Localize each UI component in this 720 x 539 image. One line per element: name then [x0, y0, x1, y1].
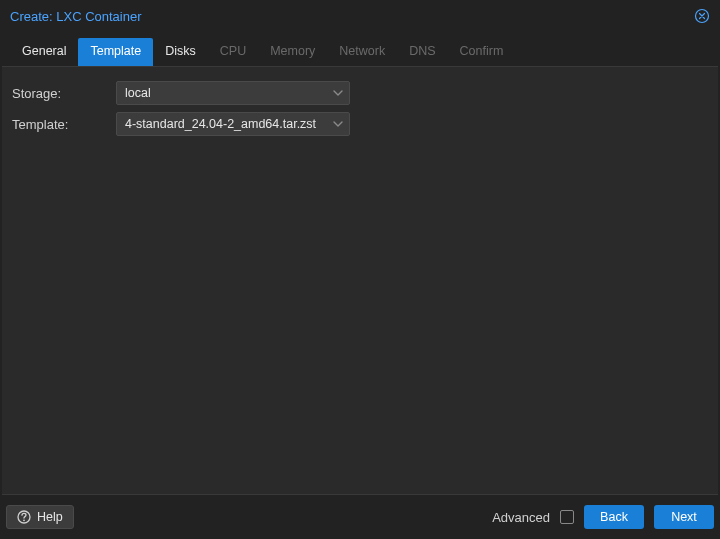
next-button[interactable]: Next [654, 505, 714, 529]
dialog-footer: Help Advanced Back Next [0, 495, 720, 539]
template-select[interactable]: 4-standard_24.04-2_amd64.tar.zst [116, 112, 350, 136]
tab-dns: DNS [397, 38, 447, 66]
dialog-window: Create: LXC Container General Template D… [0, 0, 720, 539]
template-select-value: 4-standard_24.04-2_amd64.tar.zst [125, 117, 316, 131]
close-icon[interactable] [694, 8, 710, 24]
footer-right: Advanced Back Next [492, 505, 714, 529]
advanced-label: Advanced [492, 510, 550, 525]
help-icon [17, 510, 31, 524]
storage-select-value: local [125, 86, 151, 100]
tab-network: Network [327, 38, 397, 66]
tab-memory: Memory [258, 38, 327, 66]
help-button[interactable]: Help [6, 505, 74, 529]
svg-point-2 [23, 519, 25, 521]
advanced-checkbox[interactable] [560, 510, 574, 524]
label-template: Template: [12, 117, 116, 132]
footer-left: Help [6, 505, 74, 529]
chevron-down-icon[interactable] [331, 117, 345, 131]
row-storage: Storage: local [12, 81, 708, 105]
chevron-down-icon[interactable] [331, 86, 345, 100]
tab-template[interactable]: Template [78, 38, 153, 66]
tab-disks[interactable]: Disks [153, 38, 208, 66]
titlebar: Create: LXC Container [0, 0, 720, 32]
tab-cpu: CPU [208, 38, 258, 66]
row-template: Template: 4-standard_24.04-2_amd64.tar.z… [12, 112, 708, 136]
storage-select[interactable]: local [116, 81, 350, 105]
dialog-title: Create: LXC Container [10, 9, 142, 24]
tab-confirm: Confirm [448, 38, 516, 66]
wizard-panel-template: Storage: local Template: 4-standard_24.0… [2, 66, 718, 495]
tab-general[interactable]: General [10, 38, 78, 66]
wizard-tabs: General Template Disks CPU Memory Networ… [0, 32, 720, 66]
help-button-label: Help [37, 510, 63, 524]
back-button[interactable]: Back [584, 505, 644, 529]
label-storage: Storage: [12, 86, 116, 101]
